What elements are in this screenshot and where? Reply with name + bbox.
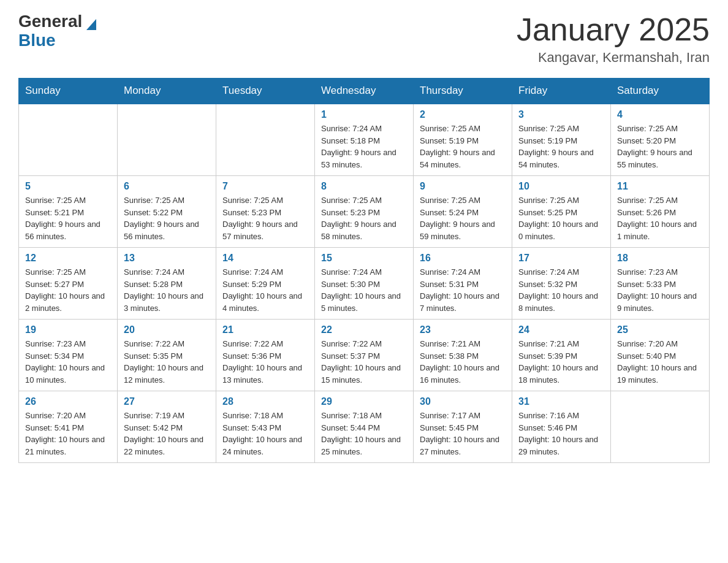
- day-number: 19: [25, 324, 111, 335]
- calendar-cell: [19, 104, 118, 176]
- day-number: 9: [420, 181, 506, 192]
- day-number: 26: [25, 396, 111, 407]
- day-info: Sunrise: 7:25 AMSunset: 5:27 PMDaylight:…: [25, 266, 111, 314]
- day-info: Sunrise: 7:25 AMSunset: 5:25 PMDaylight:…: [518, 194, 604, 242]
- day-number: 23: [420, 324, 506, 335]
- day-info: Sunrise: 7:21 AMSunset: 5:38 PMDaylight:…: [420, 338, 506, 386]
- calendar-cell: 23Sunrise: 7:21 AMSunset: 5:38 PMDayligh…: [414, 320, 512, 391]
- day-number: 7: [222, 181, 308, 192]
- calendar-cell: 14Sunrise: 7:24 AMSunset: 5:29 PMDayligh…: [216, 248, 315, 320]
- day-number: 1: [321, 109, 407, 120]
- calendar-cell: 17Sunrise: 7:24 AMSunset: 5:32 PMDayligh…: [512, 248, 611, 320]
- day-number: 16: [420, 253, 506, 264]
- calendar-header-row: SundayMondayTuesdayWednesdayThursdayFrid…: [19, 79, 710, 104]
- calendar-header-wednesday: Wednesday: [315, 79, 414, 104]
- calendar-cell: 24Sunrise: 7:21 AMSunset: 5:39 PMDayligh…: [512, 320, 611, 391]
- calendar-header-tuesday: Tuesday: [216, 79, 315, 104]
- day-number: 15: [321, 253, 407, 264]
- day-number: 24: [518, 324, 604, 335]
- day-number: 27: [124, 396, 210, 407]
- day-number: 21: [222, 324, 308, 335]
- title-block: January 2025 Kangavar, Kermanshah, Iran: [517, 12, 710, 66]
- calendar-cell: 30Sunrise: 7:17 AMSunset: 5:45 PMDayligh…: [414, 391, 512, 463]
- logo-blue-text: Blue: [18, 31, 56, 50]
- day-number: 30: [420, 396, 506, 407]
- day-info: Sunrise: 7:22 AMSunset: 5:37 PMDaylight:…: [321, 338, 407, 386]
- calendar-cell: 3Sunrise: 7:25 AMSunset: 5:19 PMDaylight…: [512, 104, 611, 176]
- calendar-cell: 7Sunrise: 7:25 AMSunset: 5:23 PMDaylight…: [216, 176, 315, 248]
- calendar-cell: 29Sunrise: 7:18 AMSunset: 5:44 PMDayligh…: [315, 391, 414, 463]
- day-info: Sunrise: 7:24 AMSunset: 5:18 PMDaylight:…: [321, 123, 407, 170]
- day-info: Sunrise: 7:21 AMSunset: 5:39 PMDaylight:…: [518, 338, 604, 386]
- day-info: Sunrise: 7:25 AMSunset: 5:20 PMDaylight:…: [617, 123, 703, 170]
- calendar-cell: 9Sunrise: 7:25 AMSunset: 5:24 PMDaylight…: [414, 176, 512, 248]
- calendar-week-row: 5Sunrise: 7:25 AMSunset: 5:21 PMDaylight…: [19, 176, 710, 248]
- day-info: Sunrise: 7:25 AMSunset: 5:21 PMDaylight:…: [25, 194, 111, 242]
- calendar-week-row: 19Sunrise: 7:23 AMSunset: 5:34 PMDayligh…: [19, 320, 710, 391]
- calendar-cell: [611, 391, 710, 463]
- day-info: Sunrise: 7:24 AMSunset: 5:29 PMDaylight:…: [222, 266, 308, 314]
- day-number: 22: [321, 324, 407, 335]
- calendar-header-sunday: Sunday: [19, 79, 118, 104]
- svg-marker-0: [86, 19, 96, 30]
- day-info: Sunrise: 7:25 AMSunset: 5:24 PMDaylight:…: [420, 194, 506, 242]
- calendar-cell: 18Sunrise: 7:23 AMSunset: 5:33 PMDayligh…: [611, 248, 710, 320]
- day-info: Sunrise: 7:20 AMSunset: 5:41 PMDaylight:…: [25, 410, 111, 458]
- calendar-table: SundayMondayTuesdayWednesdayThursdayFrid…: [18, 78, 710, 463]
- day-number: 18: [617, 253, 703, 264]
- calendar-cell: 28Sunrise: 7:18 AMSunset: 5:43 PMDayligh…: [216, 391, 315, 463]
- logo-general-text: General: [18, 12, 82, 31]
- calendar-cell: 19Sunrise: 7:23 AMSunset: 5:34 PMDayligh…: [19, 320, 118, 391]
- calendar-cell: 21Sunrise: 7:22 AMSunset: 5:36 PMDayligh…: [216, 320, 315, 391]
- day-number: 31: [518, 396, 604, 407]
- day-info: Sunrise: 7:23 AMSunset: 5:33 PMDaylight:…: [617, 266, 703, 314]
- day-info: Sunrise: 7:24 AMSunset: 5:32 PMDaylight:…: [518, 266, 604, 314]
- day-info: Sunrise: 7:22 AMSunset: 5:36 PMDaylight:…: [222, 338, 308, 386]
- calendar-cell: 6Sunrise: 7:25 AMSunset: 5:22 PMDaylight…: [118, 176, 216, 248]
- calendar-cell: 5Sunrise: 7:25 AMSunset: 5:21 PMDaylight…: [19, 176, 118, 248]
- day-info: Sunrise: 7:24 AMSunset: 5:28 PMDaylight:…: [124, 266, 210, 314]
- day-info: Sunrise: 7:25 AMSunset: 5:23 PMDaylight:…: [222, 194, 308, 242]
- calendar-cell: 4Sunrise: 7:25 AMSunset: 5:20 PMDaylight…: [611, 104, 710, 176]
- calendar-cell: 20Sunrise: 7:22 AMSunset: 5:35 PMDayligh…: [118, 320, 216, 391]
- day-number: 6: [124, 181, 210, 192]
- calendar-header-saturday: Saturday: [611, 79, 710, 104]
- calendar-cell: 27Sunrise: 7:19 AMSunset: 5:42 PMDayligh…: [118, 391, 216, 463]
- calendar-cell: [216, 104, 315, 176]
- day-number: 20: [124, 324, 210, 335]
- logo: General Blue: [18, 12, 96, 50]
- day-info: Sunrise: 7:17 AMSunset: 5:45 PMDaylight:…: [420, 410, 506, 458]
- day-number: 4: [617, 109, 703, 120]
- calendar-cell: 10Sunrise: 7:25 AMSunset: 5:25 PMDayligh…: [512, 176, 611, 248]
- calendar-cell: 2Sunrise: 7:25 AMSunset: 5:19 PMDaylight…: [414, 104, 512, 176]
- location-title: Kangavar, Kermanshah, Iran: [517, 50, 710, 66]
- day-info: Sunrise: 7:20 AMSunset: 5:40 PMDaylight:…: [617, 338, 703, 386]
- calendar-cell: 31Sunrise: 7:16 AMSunset: 5:46 PMDayligh…: [512, 391, 611, 463]
- day-number: 3: [518, 109, 604, 120]
- day-number: 28: [222, 396, 308, 407]
- calendar-cell: 15Sunrise: 7:24 AMSunset: 5:30 PMDayligh…: [315, 248, 414, 320]
- day-number: 5: [25, 181, 111, 192]
- calendar-week-row: 1Sunrise: 7:24 AMSunset: 5:18 PMDaylight…: [19, 104, 710, 176]
- month-title: January 2025: [517, 12, 710, 47]
- calendar-cell: 26Sunrise: 7:20 AMSunset: 5:41 PMDayligh…: [19, 391, 118, 463]
- calendar-cell: 22Sunrise: 7:22 AMSunset: 5:37 PMDayligh…: [315, 320, 414, 391]
- day-info: Sunrise: 7:16 AMSunset: 5:46 PMDaylight:…: [518, 410, 604, 458]
- calendar-cell: 11Sunrise: 7:25 AMSunset: 5:26 PMDayligh…: [611, 176, 710, 248]
- day-info: Sunrise: 7:22 AMSunset: 5:35 PMDaylight:…: [124, 338, 210, 386]
- day-info: Sunrise: 7:25 AMSunset: 5:22 PMDaylight:…: [124, 194, 210, 242]
- day-info: Sunrise: 7:24 AMSunset: 5:30 PMDaylight:…: [321, 266, 407, 314]
- calendar-cell: [118, 104, 216, 176]
- calendar-cell: 13Sunrise: 7:24 AMSunset: 5:28 PMDayligh…: [118, 248, 216, 320]
- day-info: Sunrise: 7:25 AMSunset: 5:26 PMDaylight:…: [617, 194, 703, 242]
- day-info: Sunrise: 7:23 AMSunset: 5:34 PMDaylight:…: [25, 338, 111, 386]
- day-info: Sunrise: 7:25 AMSunset: 5:23 PMDaylight:…: [321, 194, 407, 242]
- day-info: Sunrise: 7:25 AMSunset: 5:19 PMDaylight:…: [518, 123, 604, 170]
- calendar-header-monday: Monday: [118, 79, 216, 104]
- calendar-cell: 1Sunrise: 7:24 AMSunset: 5:18 PMDaylight…: [315, 104, 414, 176]
- day-number: 14: [222, 253, 308, 264]
- page-header: General Blue January 2025 Kangavar, Kerm…: [18, 12, 710, 66]
- day-number: 2: [420, 109, 506, 120]
- day-info: Sunrise: 7:25 AMSunset: 5:19 PMDaylight:…: [420, 123, 506, 170]
- day-info: Sunrise: 7:24 AMSunset: 5:31 PMDaylight:…: [420, 266, 506, 314]
